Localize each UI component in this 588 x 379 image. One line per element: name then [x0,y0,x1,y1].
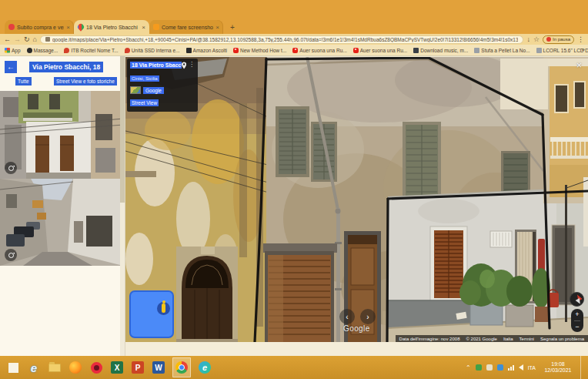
taskbar-firefox[interactable] [68,361,82,374]
browser-titlebar [0,0,588,20]
photo-thumbnail-2[interactable] [0,179,123,266]
tab-title: 18 Via Pietro Sbacchi - Google It [86,25,139,30]
bookmark-favicon-icon [413,48,419,53]
network-icon[interactable] [508,365,514,371]
taskbar-edge[interactable]: e [198,361,212,374]
bookmark-apps[interactable]: App [5,48,21,53]
bookmark-star-icon[interactable]: ☆ [533,36,540,43]
url-text: google.it/maps/place/Via+Pietro+Sbacchi,… [52,37,518,42]
forward-button[interactable]: → [14,36,21,43]
address-bar[interactable]: google.it/maps/place/Via+Pietro+Sbacchi,… [40,35,523,44]
bookmark-favicon-icon [474,48,479,53]
bookmark-item[interactable]: Download music, m... [413,48,468,53]
bookmark-item[interactable]: ITB Rocitel Nome T... [64,48,118,53]
back-arrow-selected-icon[interactable]: ← [5,61,17,73]
windows-taskbar: e X P W e ⌃ ITA 19:08 12/03/2021 [0,356,588,379]
bookmark-item[interactable]: Auer suona una Ru... [353,48,407,53]
pan-left-button[interactable]: ‹ [339,309,355,324]
antivirus-tray-icon[interactable] [476,364,482,371]
amazon-favicon-icon [186,48,192,53]
street-view-label: Street View [130,99,159,106]
pan-right-button[interactable]: › [360,309,376,324]
bookmark-item[interactable]: Massage... [27,48,58,53]
tab-close-icon[interactable]: × [215,24,219,31]
onedrive-tray-icon[interactable] [486,364,493,371]
bookmark-item[interactable]: LCORL 15.6" LCD D... [536,48,588,53]
start-button[interactable] [6,361,20,374]
filter-chip-all[interactable]: Tutte [15,77,32,86]
terms-link[interactable]: Termini [520,337,534,341]
tab-strip: Subito compra e vendi usato o... × 18 Vi… [0,20,588,34]
tab-close-icon[interactable]: × [66,24,70,31]
report-problem-link[interactable]: Segnala un problema [540,337,584,341]
bookmarks-overflow-icon[interactable]: » [582,46,585,53]
folder-icon [48,364,61,372]
zoom-in-button[interactable]: + [575,310,579,318]
bookmark-item[interactable]: Stufa a Pellet La No... [474,48,530,53]
filter-chip-streetview[interactable]: Street View e foto storiche [54,77,117,86]
google-label: Google [143,87,164,94]
taskbar-clock[interactable]: 19:08 12/03/2021 [540,361,576,374]
site-info-icon[interactable] [45,37,50,42]
close-street-view-icon[interactable]: × [576,61,582,70]
street-view-canvas[interactable]: 18 Via Pietro Sbacchi ⋮ Cinisi, Sicilia … [125,57,588,342]
tab-title: Subito compra e vendi usato o... [17,25,64,30]
volume-icon[interactable] [519,364,523,371]
taskbar-internet-explorer[interactable]: e [27,361,41,374]
clock-date: 12/03/2021 [540,367,576,374]
youtube-favicon-icon [233,48,239,53]
download-icon[interactable]: ↓ [526,36,530,43]
tab-google-maps[interactable]: 18 Via Pietro Sbacchi - Google It × [74,20,149,34]
settings-tray-icon[interactable] [497,364,503,371]
excel-icon: X [111,361,123,374]
paused-label: In pausa [553,37,570,42]
region-link[interactable]: Italia [503,337,513,341]
360-photo-icon [5,249,17,261]
internet-explorer-icon: e [31,361,37,374]
photo-thumbnail-1[interactable] [0,91,123,179]
tab-title: Come fare screenshot PC | Salva... [162,25,213,30]
zoom-out-button[interactable]: − [575,323,579,330]
home-button[interactable]: ⌂ [33,36,37,43]
new-tab-button[interactable]: + [226,21,239,33]
keyboard-language[interactable]: ITA [528,365,536,371]
taskbar-excel[interactable]: X [110,361,124,374]
taskbar-file-explorer[interactable] [48,361,62,374]
powerpoint-icon: P [132,361,144,374]
street-photo-2 [0,179,123,266]
bookmark-item[interactable]: New Method How t... [233,48,286,53]
bookmark-item[interactable]: Auer suona una Ru... [292,48,346,53]
google-watermark: Google [343,324,370,333]
bookmark-item[interactable]: Unità SSD interna e... [125,48,180,53]
clock-time: 19:08 [540,361,576,368]
sidebar-scrollbar[interactable] [120,56,125,356]
chrome-icon [175,361,188,374]
tab-close-icon[interactable]: × [142,24,145,31]
apps-grid-icon [5,48,10,53]
zoom-control[interactable]: + − [571,309,583,332]
refresh-button[interactable]: ↻ [24,36,30,43]
taskbar-chrome-active[interactable] [172,357,191,377]
taskbar-powerpoint[interactable]: P [131,361,145,374]
location-pin-icon[interactable] [182,62,186,69]
photos-panel: ← Via Pietro Sbacchi, 18 Tutte Street Vi… [0,56,125,356]
pegman-icon[interactable] [162,304,165,313]
taskbar-opera[interactable] [89,361,103,374]
youtube-favicon-icon [353,48,359,53]
mini-map[interactable] [129,290,174,338]
map-thumbnail[interactable] [130,86,141,94]
opera-icon [91,362,102,374]
tray-expand-icon[interactable]: ⌃ [466,364,471,371]
tab-screenshot-guide[interactable]: Come fare screenshot PC | Salva... × [149,20,223,34]
card-menu-icon[interactable]: ⋮ [189,62,195,68]
browser-menu-icon[interactable]: ⋮ [577,36,584,43]
taskbar-word[interactable]: W [152,361,165,374]
bookmark-item[interactable]: Amazon Ascolti [186,48,227,53]
bookmark-favicon-icon [536,48,542,53]
sync-paused-pill[interactable]: In pausa [543,35,574,44]
panel-title: Via Pietro Sbacchi, 18 [29,62,103,72]
tab-subito[interactable]: Subito compra e vendi usato o... × [5,20,74,34]
show-desktop-button[interactable] [580,356,583,379]
back-button[interactable]: ← [4,36,11,43]
compass-icon[interactable] [570,292,584,307]
